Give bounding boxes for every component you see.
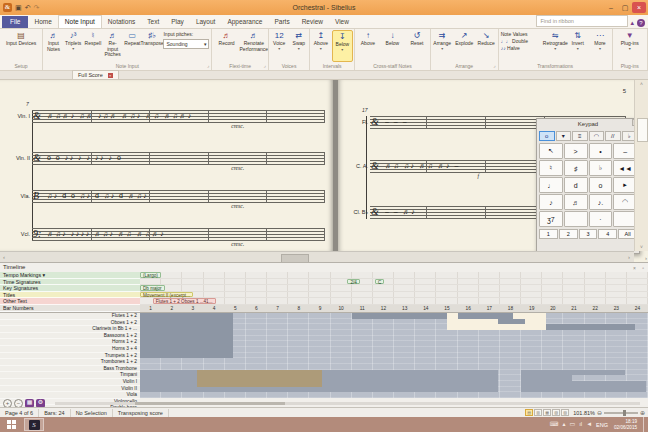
cross-staff-reset-button[interactable]: ↺Reset [405, 30, 429, 62]
timeline-event-badge[interactable]: 2/4 [347, 279, 359, 285]
scroll-down-icon[interactable]: ˅ [635, 244, 648, 250]
undo-icon[interactable]: ↶ [25, 3, 31, 12]
keypad-voice-3[interactable]: 3 [579, 229, 598, 239]
timeline-row-label[interactable]: Key Signatures [0, 285, 140, 292]
help-icon[interactable]: ? [637, 19, 645, 27]
timeline-scrollbar[interactable] [55, 402, 640, 405]
swap-button[interactable]: ⇄Swap▾ [290, 30, 309, 62]
timeline-row-label[interactable]: Other Text [0, 298, 140, 305]
scroll-right-icon[interactable]: › [628, 253, 630, 262]
keypad-key-whole-note[interactable]: o [589, 177, 613, 193]
tab-home[interactable]: Home [28, 16, 57, 28]
arrange-button[interactable]: ⇉Arrange▾ [432, 30, 453, 62]
timeline-activity-block[interactable] [521, 381, 646, 392]
scroll-up-icon[interactable]: ˄ [635, 81, 648, 87]
timeline-grid[interactable] [140, 313, 648, 398]
keypad-key-dot[interactable]: · [589, 211, 613, 227]
transpose-button[interactable]: ♯♭Transpose [143, 30, 162, 62]
timeline-row-label[interactable]: Time Signatures [0, 279, 140, 286]
close-button[interactable]: × [632, 2, 646, 13]
input-pitches-select[interactable]: Sounding▾ [163, 39, 209, 49]
tab-appearance[interactable]: Appearance [221, 16, 268, 28]
keypad-key-staccato[interactable]: • [589, 143, 613, 159]
tab-review[interactable]: Review [296, 16, 329, 28]
vertical-scrollbar[interactable]: ˄ ˅ [634, 80, 648, 251]
staff-lines[interactable]: &o o ♪♪ ♪ ♪ ♪♪ ♪ ocresc. [32, 152, 325, 165]
interval-below-button[interactable]: ↧Below▾ [332, 30, 354, 62]
view-mode-3-icon[interactable]: ▦ [543, 409, 551, 416]
tab-note-input[interactable]: Note Input [58, 15, 102, 28]
vertical-scroll-thumb[interactable] [637, 118, 648, 142]
keypad-tab-beams-tremolos[interactable]: ≡ [572, 131, 588, 141]
taskbar-sibelius-button[interactable]: S [24, 418, 44, 431]
staff-lines[interactable]: &♬♫♬♪ ♫♬ ♪♫♬ ♬♫♪ ♬♫ ♬♫♬♪cresc. [32, 110, 325, 123]
timeline-row-label[interactable]: Titles [0, 292, 140, 299]
view-mode-1-icon[interactable]: ▤ [525, 409, 533, 416]
scroll-left-icon[interactable]: ‹ [3, 253, 5, 262]
keypad-key-flat[interactable]: ♭ [589, 160, 613, 176]
redo-icon[interactable]: ↷ [34, 3, 40, 12]
timeline-row-label[interactable]: Tempo Markings ▾ [0, 272, 140, 279]
keypad-key-natural[interactable]: ♮ [539, 160, 563, 176]
battery-icon[interactable]: ▭ [569, 417, 575, 432]
tab-notations[interactable]: Notations [102, 16, 141, 28]
halve-button[interactable]: ♪♪ Halve [501, 45, 543, 51]
zoom-out-icon[interactable]: ⊖ [597, 409, 602, 416]
timeline-event-badge[interactable]: Movement II (excerpt... [140, 292, 193, 298]
scroll-corner-icon[interactable]: › [645, 255, 647, 261]
maximize-button[interactable]: ▢ [618, 2, 632, 13]
minimize-ribbon-icon[interactable]: ▴ [630, 19, 634, 27]
cross-staff-below-button[interactable]: ↓Below [381, 30, 405, 62]
explode-button[interactable]: ↗Explode [454, 30, 475, 62]
timeline-activity-block[interactable] [140, 313, 233, 358]
timeline-event-badge[interactable]: Db major [140, 285, 165, 291]
keypad-tab-articulations[interactable]: ◠ [589, 131, 605, 141]
double-button[interactable]: ♩♩ Double [501, 38, 543, 44]
staff-lines[interactable]: B♫♪ d o ♫♪ d ♫♪ d ♬♫♪cresc. [32, 190, 325, 203]
zoom-slider-thumb[interactable] [623, 410, 626, 416]
tab-text[interactable]: Text [141, 16, 165, 28]
score-page-left[interactable]: 7Vln. I&♬♫♬♪ ♫♬ ♪♫♬ ♬♫♪ ♬♫ ♬♫♬♪cresc.Vln… [0, 80, 333, 251]
network-icon[interactable]: ıl [579, 417, 582, 432]
document-tab-full-score[interactable]: Full Score × [72, 70, 119, 79]
tab-play[interactable]: Play [165, 16, 190, 28]
tab-layout[interactable]: Layout [190, 16, 222, 28]
view-mode-2-icon[interactable]: ▥ [534, 409, 542, 416]
volume-icon[interactable]: ◄ [586, 417, 592, 432]
tab-view[interactable]: View [329, 16, 355, 28]
repeat-button[interactable]: ▭Repeat [123, 30, 142, 62]
timeline-activity-block[interactable] [546, 324, 635, 330]
keypad-voice-4[interactable]: 4 [598, 229, 617, 239]
input-devices-button[interactable]: ▤Input Devices [1, 30, 41, 62]
keypad-tab-more-notes[interactable]: ▾ [556, 131, 572, 141]
record-button[interactable]: ♬Record [213, 30, 239, 62]
language-indicator[interactable]: ENG [596, 422, 608, 428]
find-in-ribbon-input[interactable]: Find in ribbon [536, 15, 628, 27]
keypad-voice-2[interactable]: 2 [559, 229, 578, 239]
tab-parts[interactable]: Parts [268, 16, 295, 28]
start-button[interactable] [0, 417, 22, 432]
respell-button[interactable]: ♮Respell [84, 30, 103, 62]
timeline-activity-block[interactable] [352, 313, 451, 319]
keypad-key-half-note[interactable]: d [564, 177, 588, 193]
zoom-in-icon[interactable]: ⊕ [640, 409, 645, 416]
keypad-tab-common-notes[interactable]: o [539, 131, 555, 141]
interval-above-button[interactable]: ↥Above▾ [311, 30, 331, 62]
retrograde-button[interactable]: ⇋Retrograde▾ [545, 30, 566, 62]
tab-file[interactable]: File [2, 16, 28, 28]
horizontal-scrollbar[interactable]: ‹ › [0, 251, 634, 262]
timeline-event-badge[interactable]: (Largo) [140, 272, 161, 278]
dialog-launcher-icon[interactable]: ⌟ [493, 61, 495, 69]
more-transformations-button[interactable]: ⋯More▾ [589, 30, 610, 62]
keypad-key-dotted-note[interactable]: ♪. [589, 194, 613, 210]
save-icon[interactable]: ▣ [15, 3, 22, 12]
timeline-event-badge[interactable]: C [375, 279, 384, 285]
input-notes-button[interactable]: ♬Input Notes [44, 30, 63, 62]
timeline-event-badge[interactable]: Flutes 1 + 2 Oboes 1 ...41... [153, 298, 216, 304]
voice-button[interactable]: 12Voice▾ [270, 30, 289, 62]
keypad-key-quarter-note[interactable]: ♩ [539, 177, 563, 193]
minimize-button[interactable]: – [604, 2, 618, 13]
cross-staff-above-button[interactable]: ↑Above [356, 30, 380, 62]
zoom-slider[interactable] [604, 412, 638, 414]
keypad-key-blank-1[interactable] [564, 211, 588, 227]
